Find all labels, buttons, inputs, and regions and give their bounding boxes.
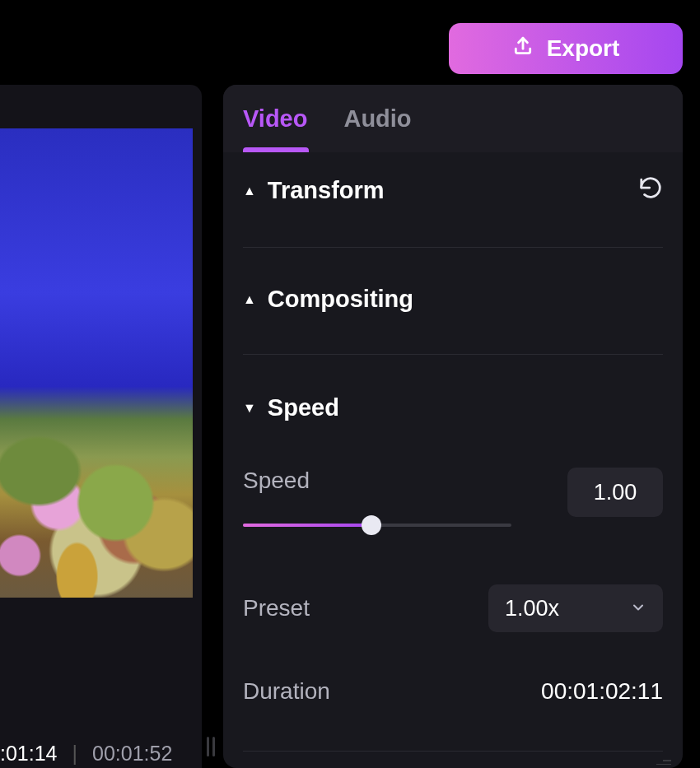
- preset-value: 1.00x: [505, 596, 559, 621]
- chevron-down-icon: [630, 596, 646, 621]
- export-icon: [512, 35, 534, 63]
- tab-underline: [243, 147, 309, 152]
- preset-dropdown[interactable]: 1.00x: [488, 584, 663, 632]
- slider-fill: [243, 524, 371, 527]
- export-button[interactable]: Export: [449, 23, 683, 74]
- duration-value: 00:01:02:11: [541, 678, 663, 705]
- slider-thumb[interactable]: [362, 515, 381, 535]
- section-divider: [243, 247, 663, 248]
- speed-slider[interactable]: [243, 519, 511, 532]
- collapse-up-icon: ▲: [243, 293, 256, 306]
- speed-value-text: 1.00: [594, 480, 637, 505]
- section-divider: [243, 751, 663, 752]
- properties-panel: Video Audio ▲ Transform ▲ Compositing ▼: [223, 85, 683, 768]
- preview-panel: :01:14 | 00:01:52 Fit: [0, 85, 202, 768]
- current-time: :01:14: [0, 742, 58, 766]
- timecode-display: :01:14 | 00:01:52: [0, 737, 202, 768]
- expand-down-icon: ▼: [243, 402, 256, 415]
- total-time: 00:01:52: [92, 742, 172, 766]
- preset-label: Preset: [243, 595, 465, 621]
- speed-title: Speed: [268, 394, 339, 421]
- duration-label: Duration: [243, 678, 465, 705]
- section-divider: [243, 354, 663, 355]
- speed-value-input[interactable]: 1.00: [567, 468, 663, 517]
- properties-tabs: Video Audio: [223, 85, 683, 152]
- panel-resize-handle[interactable]: [207, 737, 218, 756]
- transform-title: Transform: [268, 177, 385, 204]
- time-divider: |: [72, 742, 78, 766]
- panel-resize-grip[interactable]: [651, 760, 671, 765]
- video-preview[interactable]: [0, 128, 193, 598]
- tab-audio[interactable]: Audio: [343, 105, 411, 133]
- transform-section-header[interactable]: ▲ Transform: [243, 175, 663, 206]
- collapse-up-icon: ▲: [243, 184, 256, 198]
- tab-video[interactable]: Video: [243, 105, 307, 133]
- reset-icon[interactable]: [638, 175, 663, 206]
- compositing-title: Compositing: [268, 286, 413, 313]
- speed-label: Speed: [243, 468, 465, 494]
- export-label: Export: [547, 35, 620, 62]
- compositing-section-header[interactable]: ▲ Compositing: [243, 286, 663, 313]
- speed-section-header[interactable]: ▼ Speed: [243, 394, 663, 421]
